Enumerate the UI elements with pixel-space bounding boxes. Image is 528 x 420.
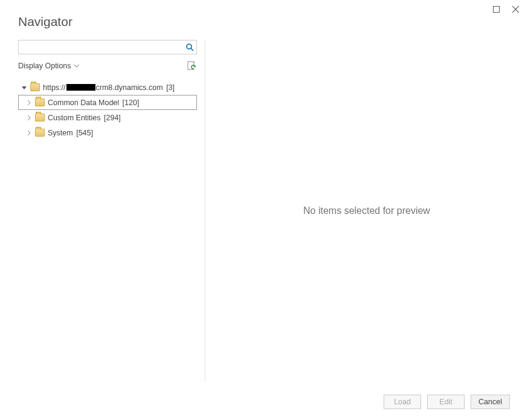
- left-pane: Display Options: [0, 40, 205, 381]
- search-box[interactable]: [18, 40, 197, 54]
- preview-pane: No items selected for preview: [205, 40, 528, 381]
- folder-icon: [35, 114, 45, 121]
- svg-line-4: [191, 48, 193, 51]
- preview-empty-text: No items selected for preview: [303, 205, 430, 216]
- svg-rect-0: [493, 6, 499, 12]
- header: Navigator: [0, 0, 528, 40]
- navigator-dialog: Navigator Display Options: [0, 0, 528, 420]
- tree-node-label: System [545]: [48, 129, 93, 137]
- search-button[interactable]: [183, 40, 196, 54]
- tree-node-label: Common Data Model [120]: [48, 99, 139, 107]
- tree-root-node[interactable]: https://crm8.dynamics.com [3]: [18, 80, 197, 95]
- edit-button[interactable]: Edit: [427, 395, 465, 409]
- footer: Load Edit Cancel: [384, 395, 510, 409]
- close-icon: [512, 6, 519, 13]
- close-button[interactable]: [511, 5, 520, 13]
- folder-icon: [30, 83, 40, 91]
- maximize-icon: [493, 6, 500, 13]
- load-button[interactable]: Load: [384, 395, 421, 409]
- titlebar: [483, 0, 528, 18]
- tree-node-common-data-model[interactable]: Common Data Model [120]: [18, 95, 197, 110]
- redacted-segment: [66, 84, 95, 91]
- expand-icon[interactable]: [26, 100, 32, 105]
- folder-icon: [35, 99, 45, 106]
- entity-tree: https://crm8.dynamics.com [3] Common Dat…: [18, 80, 197, 140]
- tree-node-custom-entities[interactable]: Custom Entities [294]: [18, 110, 197, 125]
- collapse-icon[interactable]: [21, 85, 27, 90]
- page-title: Navigator: [18, 15, 528, 29]
- tree-node-system[interactable]: System [545]: [18, 125, 197, 140]
- search-input[interactable]: [19, 40, 183, 54]
- page-refresh-icon: [187, 61, 196, 71]
- expand-icon[interactable]: [26, 131, 32, 135]
- folder-icon: [35, 129, 45, 137]
- tree-root-label: https://crm8.dynamics.com [3]: [43, 83, 175, 92]
- display-options-dropdown[interactable]: Display Options: [18, 62, 79, 70]
- display-options-label: Display Options: [18, 62, 71, 70]
- refresh-button[interactable]: [186, 60, 197, 71]
- tree-node-label: Custom Entities [294]: [48, 114, 121, 122]
- cancel-button[interactable]: Cancel: [471, 395, 510, 409]
- chevron-down-icon: [74, 65, 79, 68]
- expand-icon[interactable]: [26, 115, 32, 120]
- maximize-button[interactable]: [492, 5, 500, 13]
- search-icon: [185, 43, 194, 51]
- svg-point-3: [187, 44, 192, 49]
